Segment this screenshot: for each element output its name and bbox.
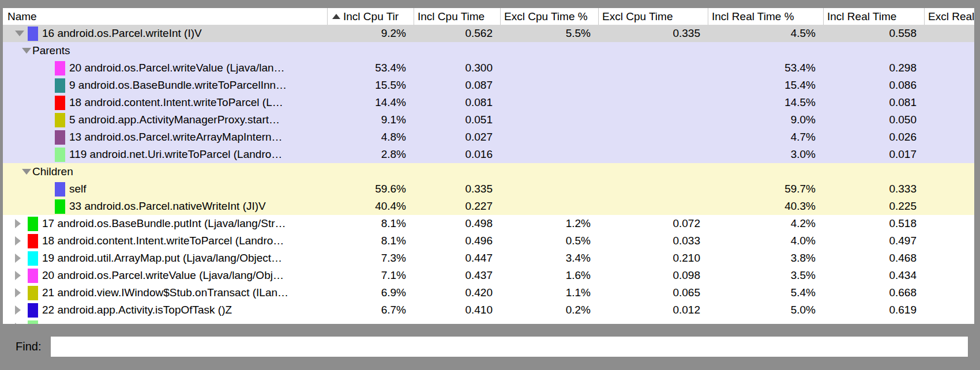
column-header-incl_real[interactable]: Incl Real Time <box>824 8 925 25</box>
method-name: 17 android.os.BaseBundle.putInt (Ljava/l… <box>42 217 286 230</box>
name-cell: Parents <box>3 42 328 59</box>
table-row[interactable]: 9 android.os.BaseBundle.writeToParcelInn… <box>3 77 974 94</box>
cell-excl_cpu_pct: 5.5% <box>501 25 599 42</box>
name-cell: 18 android.content.Intent.writeToParcel … <box>3 94 328 111</box>
cell-incl_cpu <box>414 163 501 180</box>
section-row-children[interactable]: Children <box>3 163 974 180</box>
method-name: 19 android.util.ArrayMap.put (Ljava/lang… <box>42 252 282 265</box>
table-row[interactable]: 20 android.os.Parcel.writeValue (Ljava/l… <box>3 267 974 284</box>
cell-incl_real: 0.558 <box>824 25 925 42</box>
find-input[interactable] <box>50 336 968 357</box>
name-cell: 17 android.os.BaseBundle.putInt (Ljava/l… <box>3 215 328 232</box>
cell-incl_cpu_pct: 59.6% <box>328 180 414 198</box>
cell-excl_cpu_pct <box>501 146 599 163</box>
table-row[interactable]: 18 android.content.Intent.writeToParcel … <box>3 94 974 111</box>
profile-table: NameIncl Cpu TirIncl Cpu TimeExcl Cpu Ti… <box>3 8 974 324</box>
cell-incl_real: 0.081 <box>824 94 925 111</box>
expander-collapsed-icon[interactable] <box>15 305 21 315</box>
cell-incl_cpu: 0.562 <box>414 25 501 42</box>
method-name: 20 android.os.Parcel.writeValue (Ljava/l… <box>42 269 284 282</box>
cell-excl_cpu_pct <box>501 129 599 146</box>
cell-excl_cpu_pct <box>501 163 599 180</box>
cell-incl_cpu_pct <box>328 163 414 180</box>
table-row[interactable]: 20 android.os.Parcel.writeValue (Ljava/l… <box>3 59 974 77</box>
cell-excl_cpu <box>599 146 708 163</box>
method-color-swatch <box>55 78 65 93</box>
table-row[interactable]: 19 android.util.ArrayMap.put (Ljava/lang… <box>3 250 974 267</box>
section-label: Children <box>32 165 73 178</box>
cell-excl_cpu <box>599 163 708 180</box>
table-row[interactable]: 33 android.os.Parcel.nativeWriteInt (JI)… <box>3 198 974 215</box>
column-header-incl_cpu[interactable]: Incl Cpu Time <box>414 8 501 25</box>
cell-incl_real: 0.668 <box>824 284 925 301</box>
cell-incl_real: 0.086 <box>824 77 925 94</box>
table-row[interactable]: 22 android.app.Activity.isTopOfTask ()Z6… <box>3 301 974 319</box>
cell-incl_real_pct: 4.0% <box>708 232 824 250</box>
expander-expanded-icon[interactable] <box>22 169 31 175</box>
expander-collapsed-icon[interactable] <box>15 219 21 228</box>
name-cell: 19 android.util.ArrayMap.put (Ljava/lang… <box>3 250 328 267</box>
name-cell: 20 android.os.Parcel.writeValue (Ljava/l… <box>3 267 328 284</box>
table-row[interactable]: self59.6%0.33559.7%0.333 <box>3 180 974 198</box>
expander-collapsed-icon[interactable] <box>15 288 21 297</box>
method-name: 18 android.content.Intent.writeToParcel … <box>42 235 284 247</box>
cell-incl_cpu: 0.410 <box>414 301 501 319</box>
column-header-incl_cpu_pct[interactable]: Incl Cpu Tir <box>328 8 414 25</box>
cell-incl_cpu: 0.087 <box>414 77 501 94</box>
cell-incl_real_pct: 4.5% <box>708 25 824 42</box>
cell-incl_real_pct: 40.3% <box>708 198 824 215</box>
expander-collapsed-icon[interactable] <box>15 236 21 246</box>
table-body: 16 android.os.Parcel.writeInt (I)V9.2%0.… <box>3 25 974 324</box>
cell-incl_real: 0.619 <box>824 301 925 319</box>
cell-incl_cpu: 0.081 <box>414 94 501 111</box>
expander-expanded-icon[interactable] <box>22 48 31 54</box>
table-row[interactable]: 119 android.net.Uri.writeToParcel (Landr… <box>3 146 974 163</box>
find-bar: Find: <box>0 332 980 361</box>
table-row[interactable] <box>3 319 974 324</box>
column-header-excl_real_pct[interactable]: Excl Real <box>925 8 974 25</box>
expander-expanded-icon[interactable] <box>15 31 24 36</box>
method-color-swatch <box>28 234 38 248</box>
method-color-swatch <box>55 130 65 145</box>
name-cell: 119 android.net.Uri.writeToParcel (Landr… <box>3 146 328 163</box>
expander-collapsed-icon[interactable] <box>15 254 21 263</box>
cell-incl_real: 0.518 <box>824 215 925 232</box>
cell-incl_real_pct: 4.7% <box>708 129 824 146</box>
name-cell: 13 android.os.Parcel.writeArrayMapIntern… <box>3 129 328 146</box>
column-header-incl_real_pct[interactable]: Incl Real Time % <box>708 8 824 25</box>
cell-excl_cpu <box>599 198 708 215</box>
name-cell: 21 android.view.IWindow$Stub.onTransact … <box>3 284 328 301</box>
column-header-label: Excl Real <box>928 10 974 23</box>
column-header-excl_cpu_pct[interactable]: Excl Cpu Time % <box>501 8 599 25</box>
profiler-window: { "table": { "columns": [ { "id": "name"… <box>0 0 980 370</box>
section-label: Parents <box>32 44 70 57</box>
table-row[interactable]: 21 android.view.IWindow$Stub.onTransact … <box>3 284 974 301</box>
section-row-parents[interactable]: Parents <box>3 42 974 59</box>
cell-incl_cpu_pct: 7.3% <box>328 250 414 267</box>
cell-incl_real <box>824 319 925 324</box>
cell-excl_cpu_pct: 1.6% <box>501 267 599 284</box>
expander-collapsed-icon[interactable] <box>15 271 21 280</box>
method-name: 22 android.app.Activity.isTopOfTask ()Z <box>42 304 232 316</box>
table-row[interactable]: 17 android.os.BaseBundle.putInt (Ljava/l… <box>3 215 974 232</box>
cell-excl_cpu: 0.072 <box>599 215 708 232</box>
column-header-name[interactable]: Name <box>3 8 328 25</box>
expander-collapsed-icon[interactable] <box>15 323 21 324</box>
cell-incl_real <box>824 42 925 59</box>
column-header-excl_cpu[interactable]: Excl Cpu Time <box>599 8 708 25</box>
table-row[interactable]: 13 android.os.Parcel.writeArrayMapIntern… <box>3 129 974 146</box>
table-row[interactable]: 18 android.content.Intent.writeToParcel … <box>3 232 974 250</box>
cell-incl_real: 0.497 <box>824 232 925 250</box>
column-header-label: Incl Real Time % <box>712 10 794 23</box>
cell-incl_real_pct: 53.4% <box>708 59 824 77</box>
cell-incl_cpu: 0.496 <box>414 232 501 250</box>
method-name: 119 android.net.Uri.writeToParcel (Landr… <box>69 148 282 161</box>
table-row[interactable]: 16 android.os.Parcel.writeInt (I)V9.2%0.… <box>3 25 974 42</box>
cell-incl_cpu_pct: 6.9% <box>328 284 414 301</box>
cell-incl_real_pct: 3.5% <box>708 267 824 284</box>
method-color-swatch <box>28 251 38 266</box>
table-row[interactable]: 5 android.app.ActivityManagerProxy.start… <box>3 111 974 129</box>
cell-incl_real: 0.050 <box>824 111 925 129</box>
method-color-swatch <box>55 182 65 197</box>
column-header-label: Excl Cpu Time <box>602 10 673 23</box>
